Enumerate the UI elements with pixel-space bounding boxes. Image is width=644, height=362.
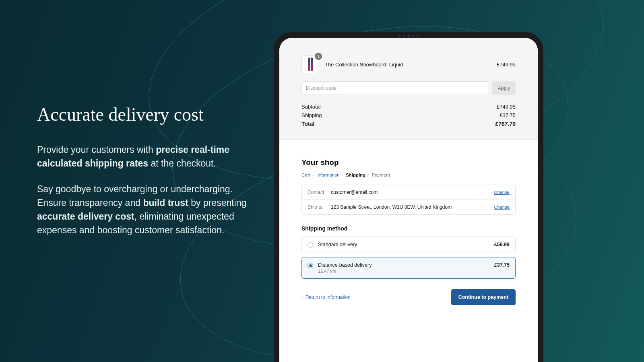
shipping-option-name: Standard delivery bbox=[318, 242, 489, 247]
shipping-method-title: Shipping method bbox=[301, 225, 516, 232]
radio-icon bbox=[308, 242, 313, 248]
shipping-option-sub: 12.47 km bbox=[318, 269, 489, 274]
shop-title: Your shop bbox=[301, 158, 516, 167]
shipto-label: Ship to bbox=[308, 204, 331, 210]
return-link-label: Return to information bbox=[305, 294, 351, 300]
shipping-option-standard[interactable]: Standard delivery £59.99 bbox=[301, 237, 516, 253]
crumb-cart[interactable]: Cart bbox=[301, 173, 310, 177]
checkout-body: Your shop Cart › Information › Shipping … bbox=[279, 140, 538, 317]
crumb-information[interactable]: Information bbox=[316, 173, 340, 177]
product-row: 1 The Collection Snowboard: Liquid £749.… bbox=[301, 56, 516, 73]
subtotal-row: Subtotal £749.95 bbox=[301, 104, 516, 110]
apply-button[interactable]: Apply bbox=[492, 81, 516, 95]
shipto-value: 123 Sample Street, London, W1U 8EW, Unit… bbox=[331, 204, 494, 210]
total-row: Total £787.70 bbox=[301, 121, 516, 127]
change-shipto-link[interactable]: Change bbox=[494, 205, 510, 210]
total-value: £787.70 bbox=[495, 121, 516, 127]
breadcrumb: Cart › Information › Shipping › Payment bbox=[301, 173, 516, 177]
info-card: Contact customer@email.com Change Ship t… bbox=[301, 185, 516, 215]
continue-button[interactable]: Continue to payment bbox=[451, 289, 516, 305]
shipping-option-price: £37.75 bbox=[494, 262, 510, 268]
marketing-copy: Accurate delivery cost Provide your cust… bbox=[37, 104, 262, 249]
radio-icon bbox=[308, 263, 313, 268]
change-contact-link[interactable]: Change bbox=[494, 190, 510, 195]
chevron-right-icon: › bbox=[313, 173, 314, 177]
crumb-payment: Payment bbox=[372, 173, 390, 177]
return-link[interactable]: ‹ Return to information bbox=[301, 294, 351, 300]
discount-input[interactable] bbox=[301, 81, 488, 95]
total-label: Total bbox=[301, 121, 314, 127]
marketing-paragraph-1: Provide your customers with precise real… bbox=[37, 143, 262, 170]
tablet-screen: 1 The Collection Snowboard: Liquid £749.… bbox=[279, 38, 538, 362]
shipping-option-distance[interactable]: Distance-based delivery 12.47 km £37.75 bbox=[301, 257, 516, 279]
order-summary: 1 The Collection Snowboard: Liquid £749.… bbox=[279, 38, 538, 140]
contact-label: Contact bbox=[308, 189, 331, 195]
product-price: £749.95 bbox=[497, 62, 516, 68]
shipping-option-price: £59.99 bbox=[494, 242, 510, 247]
subtotal-value: £749.95 bbox=[497, 104, 516, 110]
shipping-label: Shipping bbox=[301, 112, 322, 118]
marketing-paragraph-2: Say goodbye to overcharging or underchar… bbox=[37, 182, 262, 237]
discount-row: Apply bbox=[301, 81, 516, 95]
contact-line: Contact customer@email.com Change bbox=[302, 185, 515, 200]
chevron-left-icon: ‹ bbox=[301, 295, 303, 300]
crumb-shipping: Shipping bbox=[346, 173, 365, 177]
tablet-frame: 1 The Collection Snowboard: Liquid £749.… bbox=[274, 32, 543, 362]
shipping-row: Shipping £37.75 bbox=[301, 112, 516, 118]
qty-badge: 1 bbox=[315, 53, 322, 60]
shipto-line: Ship to 123 Sample Street, London, W1U 8… bbox=[302, 200, 515, 214]
shipping-option-name: Distance-based delivery bbox=[318, 262, 489, 268]
product-thumbnail: 1 bbox=[301, 56, 319, 73]
product-name: The Collection Snowboard: Liquid bbox=[325, 62, 491, 68]
chevron-right-icon: › bbox=[368, 173, 369, 177]
shipping-value: £37.75 bbox=[500, 112, 516, 118]
subtotal-label: Subtotal bbox=[301, 104, 321, 110]
contact-value: customer@email.com bbox=[331, 189, 494, 195]
checkout-actions: ‹ Return to information Continue to paym… bbox=[301, 289, 516, 305]
marketing-heading: Accurate delivery cost bbox=[37, 104, 262, 125]
chevron-right-icon: › bbox=[342, 173, 343, 177]
